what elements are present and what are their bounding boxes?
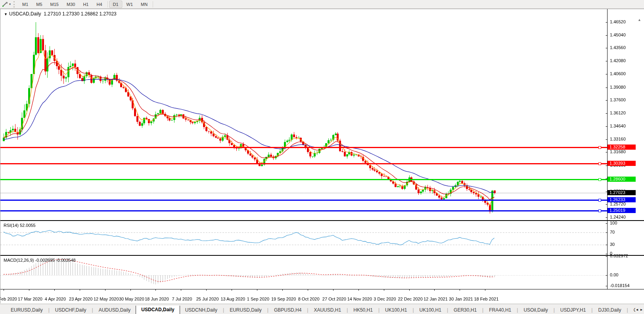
date-axis-label: 27 Oct 2020 (322, 297, 346, 301)
chart-symbol-period: USDCAD,Daily (9, 11, 41, 17)
tab-scroll-left-icon[interactable]: ◂ (636, 307, 638, 312)
price-axis-label: 1.31680 (610, 149, 626, 154)
rsi-axis-label: 70 (610, 230, 615, 234)
timeframe-button-h1[interactable]: H1 (79, 1, 92, 8)
symbol-tab-bar: EURUSD,Daily|USDCHF,Daily|AUDUSD,DailyUS… (0, 304, 644, 314)
symbol-tab-gbpusd-h4[interactable]: GBPUSD,H4 (269, 306, 307, 314)
price-axis-label: 1.46520 (610, 19, 626, 24)
price-axis-label: 1.40600 (610, 71, 626, 76)
chart-ohlc-values: 1.27310 1.27330 1.26862 1.27023 (44, 11, 117, 17)
price-line-tag[interactable]: 1.28600 (608, 177, 636, 182)
date-axis-label: 1 Sep 2020 (247, 297, 269, 301)
rsi-value: 52.0055 (20, 223, 36, 228)
macd-axis-label: -0.018154 (610, 283, 630, 288)
date-axis-label: 12 Jan 2021 (424, 297, 448, 301)
price-axis-label: 1.43560 (610, 45, 626, 50)
tab-scroll-right-icon[interactable]: ▸ (640, 307, 642, 312)
rsi-axis-label: 30 (610, 242, 615, 247)
date-axis-label: 12 May 2020 (94, 297, 119, 301)
timeframe-button-d1[interactable]: D1 (109, 1, 122, 8)
date-axis-label: 25 Jul 2020 (196, 297, 219, 301)
date-axis-label: 30 Jan 2021 (449, 297, 473, 301)
symbol-tab-xauusd-h1[interactable]: XAUUSD,H1 (309, 306, 346, 314)
toolbar-separator (107, 1, 108, 8)
date-axis-label: 27 Feb 2020 (0, 297, 17, 301)
symbol-tab-usdchf-daily[interactable]: USDCHF,Daily (50, 306, 92, 314)
toolbar-separator (153, 1, 153, 8)
date-axis-label: 7 Jul 2020 (172, 297, 192, 301)
price-chart-canvas[interactable] (0, 9, 644, 304)
symbol-tab-usdjpy-h1[interactable]: USDJPY,H1 (555, 306, 591, 314)
macd-axis-label: 0.032972 (610, 253, 628, 258)
symbol-tab-usdcnh-daily[interactable]: USDCNH,Daily (180, 306, 222, 314)
symbol-tab-usdcad-daily[interactable]: USDCAD,Daily (136, 306, 180, 314)
symbol-tab-fra40-h1[interactable]: FRA40,H1 (484, 306, 516, 314)
chart-title: ▼USDCAD,Daily 1.27310 1.27330 1.26862 1.… (4, 11, 117, 17)
crosshair-tool-icon[interactable] (2, 1, 9, 8)
rsi-indicator-label: RSI(14) 52.0055 (4, 223, 36, 228)
price-line-tag[interactable]: 1.25019 (608, 208, 636, 213)
symbol-tab-eurusd-daily[interactable]: EURUSD,Daily (6, 306, 48, 314)
timeframe-button-m5[interactable]: M5 (33, 1, 46, 8)
timeframe-button-w1[interactable]: W1 (123, 1, 137, 8)
price-axis-label: 1.37600 (610, 97, 626, 102)
price-axis-label: 1.42080 (610, 58, 626, 63)
symbol-tab-uk100-h1[interactable]: UK100,H1 (414, 306, 447, 314)
rsi-axis-label: 100 (610, 221, 617, 225)
scroll-up-icon[interactable]: ▲ (638, 18, 641, 22)
symbol-tab-uk100-h1[interactable]: UK100,H1 (380, 306, 412, 314)
price-axis-label: 1.39080 (610, 85, 626, 89)
price-axis-label: 1.33160 (610, 137, 626, 141)
timeframe-button-h4[interactable]: H4 (93, 1, 105, 8)
date-axis-label: 18 Feb 2021 (474, 297, 498, 301)
price-axis-label: 1.34640 (610, 124, 626, 128)
mt4-window: { "toolbar": { "cursor_tool_icon": "cros… (0, 0, 644, 314)
price-axis-label: 1.24240 (610, 215, 626, 219)
timeframe-toolbar: ▾ M1M5M15M30H1H4D1W1MN (0, 0, 644, 9)
symbol-tab-audusd-daily[interactable]: AUDUSD,Daily (94, 306, 136, 314)
date-axis-label: 4 Apr 2020 (45, 297, 66, 301)
macd-values: -0.002695 -0.003548 (35, 258, 75, 263)
date-axis-label: 18 Jun 2020 (145, 297, 169, 301)
price-axis-label: 1.36120 (610, 110, 626, 115)
date-axis-label: 17 Mar 2020 (18, 297, 42, 301)
symbol-tab-usoil-daily[interactable]: USOil,Daily (518, 306, 553, 314)
date-axis-label: 14 Nov 2020 (347, 297, 372, 301)
timeframe-button-m1[interactable]: M1 (19, 1, 32, 8)
symbol-tab-china300-h1[interactable]: CHINA300,H1 (629, 306, 635, 314)
date-axis-label: 30 May 2020 (119, 297, 144, 301)
date-axis-label: 13 Aug 2020 (220, 297, 245, 301)
timeframe-button-mn[interactable]: MN (137, 1, 151, 8)
current-price-tag: 1.27023 (608, 190, 636, 195)
macd-indicator-label: MACD(12,26,9) -0.002695 -0.003548 (4, 258, 76, 263)
date-axis-label: 8 Oct 2020 (298, 297, 320, 301)
price-line-tag[interactable]: 1.32258 (608, 145, 636, 150)
macd-axis-label: 0.00 (610, 272, 618, 277)
tab-scroll-controls: ◂ ▸ (636, 305, 642, 314)
date-axis-label: 22 Dec 2020 (398, 297, 422, 301)
collapse-arrow-icon[interactable]: ▼ (4, 12, 8, 16)
tool-dropdown-caret[interactable]: ▾ (9, 2, 11, 6)
date-axis-label: 3 Dec 2020 (374, 297, 396, 301)
price-line-tag[interactable]: 1.26233 (608, 197, 636, 202)
symbol-tab-dj30-daily[interactable]: DJ30,Daily (593, 306, 626, 314)
price-line-tag[interactable]: 1.30393 (608, 161, 636, 166)
price-axis-label: 1.25720 (610, 202, 626, 206)
symbol-tab-ger30-h1[interactable]: GER30,H1 (448, 306, 482, 314)
chart-window: ▼USDCAD,Daily 1.27310 1.27330 1.26862 1.… (0, 9, 644, 303)
timeframe-button-m15[interactable]: M15 (47, 1, 62, 8)
timeframe-button-m30[interactable]: M30 (63, 1, 79, 8)
date-axis-label: 19 Sep 2020 (271, 297, 296, 301)
toolbar-grip[interactable] (13, 1, 17, 8)
date-axis-label: 23 Apr 2020 (69, 297, 92, 301)
price-axis-label: 1.45040 (610, 32, 626, 37)
symbol-tab-hk50-h1[interactable]: HK50,H1 (348, 306, 378, 314)
symbol-tab-eurusd-daily[interactable]: EURUSD,Daily (224, 306, 267, 314)
